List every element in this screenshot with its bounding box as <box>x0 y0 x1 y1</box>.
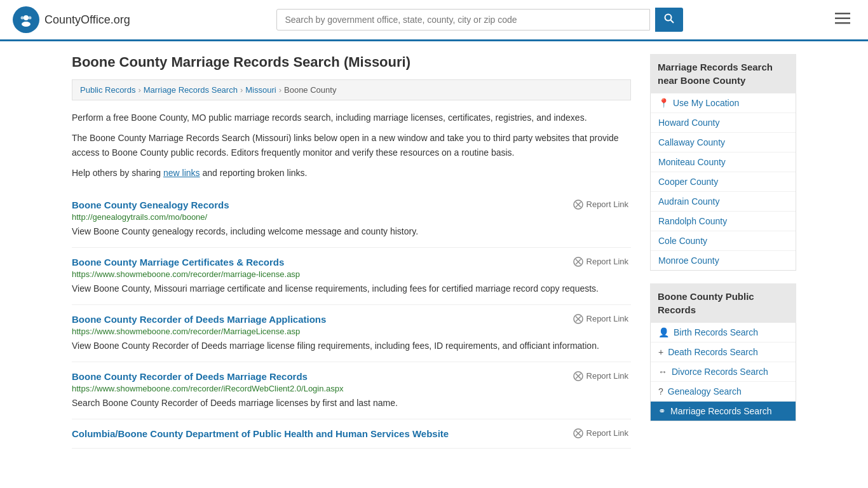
pr-item-0: 👤Birth Records Search <box>651 323 796 342</box>
help-text: Help others by sharing new links and rep… <box>72 166 631 180</box>
pr-link-2[interactable]: Divorce Records Search <box>672 367 768 377</box>
nearby-county-link-6[interactable]: Randolph County <box>658 216 727 226</box>
nearby-county-link-5[interactable]: Audrain County <box>658 196 720 207</box>
nearby-item-0: 📍Use My Location <box>651 93 796 113</box>
record-url-1[interactable]: https://www.showmeboone.com/recorder/mar… <box>72 269 631 279</box>
record-link-2[interactable]: Boone County Recorder of Deeds Marriage … <box>72 314 326 325</box>
rings-icon: ⚭ <box>658 406 666 416</box>
record-desc-1: View Boone County, Missouri marriage cer… <box>72 282 631 295</box>
svg-point-4 <box>29 17 32 20</box>
location-pin-icon: 📍 <box>658 98 669 108</box>
svg-point-2 <box>22 22 31 27</box>
public-records-list: 👤Birth Records Search+Death Records Sear… <box>650 323 796 421</box>
pr-link-3[interactable]: Genealogy Search <box>668 386 742 396</box>
nearby-item-8: Monroe County <box>651 251 796 270</box>
nearby-item-7: Cole County <box>651 231 796 251</box>
report-link-button-3[interactable]: Report Link <box>571 371 631 381</box>
nearby-list: 📍Use My LocationHoward CountyCallaway Co… <box>650 93 796 271</box>
content-area: Boone County Marriage Records Search (Mi… <box>72 54 631 449</box>
nearby-item-5: Audrain County <box>651 192 796 212</box>
record-title-2: Boone County Recorder of Deeds Marriage … <box>72 314 326 325</box>
report-link-button-1[interactable]: Report Link <box>571 257 631 267</box>
svg-rect-9 <box>835 22 850 24</box>
logo-area: CountyOffice.org <box>13 6 130 33</box>
nearby-item-3: Moniteau County <box>651 152 796 172</box>
record-link-4[interactable]: Columbia/Boone County Department of Publ… <box>72 428 449 439</box>
site-logo-icon <box>13 6 39 33</box>
breadcrumb-missouri[interactable]: Missouri <box>245 85 276 95</box>
svg-point-3 <box>21 17 24 20</box>
nearby-item-1: Howard County <box>651 113 796 133</box>
nearby-item-4: Cooper County <box>651 172 796 192</box>
header: CountyOffice.org <box>0 0 868 41</box>
record-url-0[interactable]: http://genealogytrails.com/mo/boone/ <box>72 212 631 222</box>
record-link-0[interactable]: Boone County Genealogy Records <box>72 200 229 210</box>
record-desc-3: Search Boone County Recorder of Deeds ma… <box>72 396 631 410</box>
report-link-button-2[interactable]: Report Link <box>571 314 631 324</box>
search-input[interactable] <box>276 9 650 30</box>
record-desc-0: View Boone County genealogy records, inc… <box>72 225 631 238</box>
record-item: Boone County Recorder of Deeds Marriage … <box>72 305 631 362</box>
record-url-2[interactable]: https://www.showmeboone.com/recorder/Mar… <box>72 327 631 336</box>
nearby-item-2: Callaway County <box>651 133 796 152</box>
record-item: Boone County Recorder of Deeds Marriage … <box>72 362 631 419</box>
public-records-section: Boone County Public Records 👤Birth Recor… <box>650 283 796 421</box>
nearby-section: Marriage Records Search near Boone Count… <box>650 54 796 271</box>
nearby-item-6: Randolph County <box>651 212 796 231</box>
pr-item-1: +Death Records Search <box>651 342 796 362</box>
pr-link-0[interactable]: Birth Records Search <box>674 327 758 337</box>
search-area <box>276 8 683 32</box>
use-my-location-link[interactable]: Use My Location <box>673 98 739 108</box>
person-icon: 👤 <box>658 327 669 337</box>
question-icon: ? <box>658 386 663 396</box>
nearby-county-link-8[interactable]: Monroe County <box>658 255 719 266</box>
hamburger-menu-button[interactable] <box>830 9 855 30</box>
new-links-link[interactable]: new links <box>163 168 200 178</box>
site-name: CountyOffice.org <box>44 13 130 27</box>
page-title: Boone County Marriage Records Search (Mi… <box>72 54 631 71</box>
records-list: Boone County Genealogy Records Report Li… <box>72 191 631 449</box>
breadcrumb-marriage-records[interactable]: Marriage Records Search <box>144 85 238 95</box>
record-desc-2: View Boone County Recorder of Deeds marr… <box>72 339 631 353</box>
breadcrumb-public-records[interactable]: Public Records <box>80 85 135 95</box>
record-item: Boone County Genealogy Records Report Li… <box>72 191 631 248</box>
svg-line-6 <box>671 20 674 24</box>
intro-paragraph-2: The Boone County Marriage Records Search… <box>72 131 631 159</box>
search-button[interactable] <box>655 8 683 32</box>
sidebar: Marriage Records Search near Boone Count… <box>650 54 796 449</box>
nearby-county-link-4[interactable]: Cooper County <box>658 177 718 187</box>
nearby-county-link-1[interactable]: Howard County <box>658 118 720 128</box>
record-title-4: Columbia/Boone County Department of Publ… <box>72 428 449 439</box>
pr-item-2: ↔Divorce Records Search <box>651 362 796 382</box>
nearby-section-title: Marriage Records Search near Boone Count… <box>650 54 796 93</box>
record-item: Columbia/Boone County Department of Publ… <box>72 419 631 449</box>
svg-point-5 <box>665 15 672 21</box>
pr-item-3: ?Genealogy Search <box>651 382 796 402</box>
report-link-button-4[interactable]: Report Link <box>571 428 631 438</box>
pr-item-4: ⚭Marriage Records Search <box>651 402 796 421</box>
breadcrumb: Public Records › Marriage Records Search… <box>72 79 631 100</box>
pr-link-4[interactable]: Marriage Records Search <box>670 406 772 416</box>
public-records-section-title: Boone County Public Records <box>650 283 796 323</box>
arrows-icon: ↔ <box>658 367 667 377</box>
intro-paragraph-1: Perform a free Boone County, MO public m… <box>72 111 631 125</box>
pr-link-1[interactable]: Death Records Search <box>668 347 758 357</box>
nearby-county-link-7[interactable]: Cole County <box>658 236 707 246</box>
record-link-1[interactable]: Boone County Marriage Certificates & Rec… <box>72 257 284 268</box>
record-title-3: Boone County Recorder of Deeds Marriage … <box>72 371 308 382</box>
main-container: Boone County Marriage Records Search (Mi… <box>59 41 809 461</box>
svg-point-1 <box>24 15 29 20</box>
record-title-1: Boone County Marriage Certificates & Rec… <box>72 257 284 268</box>
svg-rect-7 <box>835 13 850 15</box>
report-link-button-0[interactable]: Report Link <box>571 200 631 210</box>
cross-icon: + <box>658 347 663 357</box>
nearby-county-link-3[interactable]: Moniteau County <box>658 157 726 167</box>
record-url-3[interactable]: https://www.showmeboone.com/recorder/iRe… <box>72 384 631 393</box>
record-item: Boone County Marriage Certificates & Rec… <box>72 248 631 305</box>
record-title-0: Boone County Genealogy Records <box>72 200 229 210</box>
breadcrumb-boone-county: Boone County <box>284 85 336 95</box>
svg-rect-8 <box>835 18 850 20</box>
record-link-3[interactable]: Boone County Recorder of Deeds Marriage … <box>72 371 308 382</box>
nearby-county-link-2[interactable]: Callaway County <box>658 137 725 147</box>
